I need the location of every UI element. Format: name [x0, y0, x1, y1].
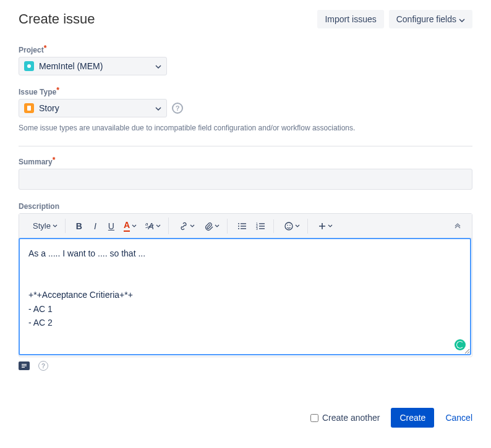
svg-point-16 [289, 224, 291, 226]
svg-rect-13 [259, 228, 265, 229]
story-icon [24, 103, 34, 113]
emoji-button[interactable] [280, 219, 304, 234]
issue-type-dropdown[interactable]: Story [19, 99, 167, 117]
configure-fields-button[interactable]: Configure fields [389, 10, 472, 28]
configure-fields-label: Configure fields [396, 14, 456, 24]
description-textarea[interactable] [19, 238, 471, 355]
svg-rect-5 [241, 226, 246, 226]
svg-rect-11 [259, 226, 265, 226]
issue-type-label: Issue Type* [19, 88, 472, 96]
attachment-button[interactable] [200, 219, 223, 234]
svg-point-2 [238, 223, 239, 224]
svg-rect-7 [241, 228, 246, 229]
project-label: Project* [19, 46, 472, 54]
svg-rect-18 [22, 365, 27, 366]
create-another-checkbox[interactable] [310, 414, 318, 422]
project-value: MemIntel (MEM) [39, 61, 150, 71]
svg-point-4 [238, 226, 239, 227]
import-issues-button[interactable]: Import issues [317, 10, 383, 28]
create-another-label: Create another [322, 413, 380, 423]
create-button[interactable]: Create [391, 408, 434, 428]
project-dropdown[interactable]: MemIntel (MEM) [19, 57, 167, 75]
chevron-down-icon [155, 63, 161, 70]
description-editor: Style B I U A aA [19, 213, 472, 357]
insert-more-button[interactable] [314, 219, 336, 233]
numbered-list-button[interactable]: 123 [252, 219, 270, 233]
svg-text:3: 3 [256, 227, 258, 230]
text-color-button[interactable]: A [120, 218, 140, 234]
italic-button[interactable]: I [88, 219, 103, 234]
issue-type-value: Story [39, 103, 150, 113]
underline-button[interactable]: U [104, 219, 119, 234]
import-issues-label: Import issues [325, 14, 376, 24]
editor-toolbar: Style B I U A aA [19, 214, 472, 239]
page-title: Create issue [19, 11, 95, 27]
summary-input[interactable] [19, 169, 472, 190]
grammarly-icon[interactable] [455, 339, 466, 350]
link-button[interactable] [175, 219, 199, 234]
svg-rect-3 [241, 223, 246, 224]
project-icon [24, 61, 34, 71]
text-mode-toggle[interactable] [19, 361, 30, 370]
style-dropdown[interactable]: Style [29, 219, 61, 233]
svg-point-0 [27, 64, 31, 68]
issue-type-hint: Some issue types are unavailable due to … [19, 122, 472, 133]
bullet-list-button[interactable] [234, 219, 251, 233]
editor-help-icon[interactable]: ? [38, 361, 48, 371]
help-icon[interactable]: ? [172, 103, 183, 114]
svg-point-15 [287, 224, 288, 226]
svg-rect-19 [22, 367, 25, 368]
svg-rect-17 [22, 364, 27, 365]
create-another-checkbox-wrap[interactable]: Create another [310, 413, 380, 423]
divider [19, 146, 472, 146]
bold-button[interactable]: B [72, 219, 87, 234]
clear-formatting-button[interactable]: aA [142, 219, 164, 234]
description-label: Description [19, 202, 472, 211]
svg-point-6 [238, 228, 239, 229]
cancel-button[interactable]: Cancel [445, 413, 472, 423]
chevron-down-icon [459, 14, 465, 24]
svg-rect-1 [27, 106, 31, 111]
summary-label: Summary* [19, 158, 472, 166]
expand-toolbar-icon[interactable] [450, 219, 466, 233]
svg-rect-9 [259, 223, 265, 224]
chevron-down-icon [155, 105, 161, 112]
svg-point-14 [285, 222, 292, 230]
